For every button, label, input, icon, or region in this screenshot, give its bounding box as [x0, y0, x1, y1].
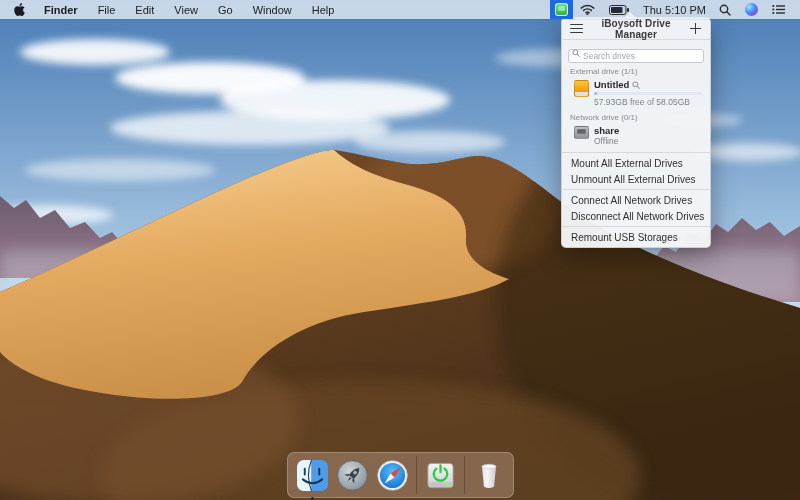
dock-item-iboysoft-drive-manager[interactable]	[424, 459, 457, 492]
mount-all-external-drives-item[interactable]: Mount All External Drives	[562, 155, 710, 171]
remount-usb-storages-item[interactable]: Remount USB Storages	[562, 229, 710, 245]
search-field-wrap	[568, 45, 704, 63]
popover-header: iBoysoft Drive Manager	[562, 18, 710, 39]
external-drive-info: Untitled 57.93GB free of 58.05GB	[594, 79, 702, 107]
menu-bar: Finder File Edit View Go Window Help	[0, 0, 800, 19]
capacity-bar	[594, 92, 702, 95]
battery-icon	[609, 5, 630, 15]
safari-icon	[377, 460, 408, 491]
battery-menu-extra[interactable]	[602, 0, 637, 19]
menu-item-window[interactable]: Window	[243, 0, 302, 19]
menu-bar-status-area: Thu 5:10 PM	[550, 0, 792, 19]
spotlight-menu-extra[interactable]	[712, 0, 738, 19]
spotlight-search-icon	[719, 4, 731, 16]
menu-item-help[interactable]: Help	[302, 0, 345, 19]
running-indicator-dot	[311, 497, 314, 500]
external-drive-section-label: External drive (1/1)	[570, 67, 702, 76]
external-drive-name: Untitled	[594, 79, 629, 90]
wifi-icon	[580, 4, 595, 15]
notification-center-icon	[772, 4, 785, 15]
network-actions-group: Connect All Network Drives Disconnect Al…	[562, 190, 710, 226]
siri-menu-extra[interactable]	[738, 0, 765, 19]
network-drive-name: share	[594, 125, 702, 136]
dock-item-safari[interactable]	[376, 459, 409, 492]
menu-item-finder[interactable]: Finder	[34, 0, 88, 19]
external-drive-row[interactable]: Untitled 57.93GB free of 58.05GB	[562, 78, 710, 109]
desktop: Finder File Edit View Go Window Help	[0, 0, 800, 500]
external-actions-group: Mount All External Drives Unmount All Ex…	[562, 153, 710, 189]
drive-manager-menu-extra[interactable]	[550, 0, 573, 19]
network-drive-status: Offline	[594, 136, 702, 146]
network-drive-section-label: Network drive (0/1)	[570, 113, 702, 122]
network-drive-info: share Offline	[594, 125, 702, 146]
trash-icon	[474, 460, 504, 491]
network-drive-row[interactable]: share Offline	[562, 124, 710, 148]
menu-bar-clock[interactable]: Thu 5:10 PM	[637, 4, 712, 16]
menu-item-edit[interactable]: Edit	[125, 0, 164, 19]
apple-menu[interactable]	[8, 3, 34, 16]
menu-item-go[interactable]: Go	[208, 0, 243, 19]
drive-manager-icon	[555, 3, 568, 16]
apple-icon	[14, 3, 25, 16]
menu-item-view[interactable]: View	[164, 0, 208, 19]
dock-item-launchpad[interactable]	[336, 459, 369, 492]
connect-all-network-drives-item[interactable]: Connect All Network Drives	[562, 192, 710, 208]
launchpad-rocket-icon	[337, 460, 368, 491]
add-plus-icon[interactable]	[689, 22, 702, 35]
menu-bar-left: Finder File Edit View Go Window Help	[8, 0, 344, 19]
dock-item-trash[interactable]	[472, 459, 505, 492]
dock-separator	[416, 456, 417, 494]
drive-manager-popover: iBoysoft Drive Manager External drive (1…	[561, 17, 711, 248]
disconnect-all-network-drives-item[interactable]: Disconnect All Network Drives	[562, 208, 710, 224]
wifi-menu-extra[interactable]	[573, 0, 602, 19]
siri-icon	[745, 3, 758, 16]
external-drive-detail: 57.93GB free of 58.05GB	[594, 97, 702, 107]
search-drives-input[interactable]	[568, 49, 704, 63]
notification-center-menu-extra[interactable]	[765, 0, 792, 19]
popover-title: iBoysoft Drive Manager	[583, 18, 689, 40]
unmount-all-external-drives-item[interactable]: Unmount All External Drives	[562, 171, 710, 187]
dock-item-finder[interactable]	[296, 459, 329, 492]
menu-item-file[interactable]: File	[88, 0, 126, 19]
hamburger-menu-icon[interactable]	[570, 24, 583, 34]
finder-icon	[297, 460, 328, 491]
iboysoft-drive-manager-icon	[425, 460, 456, 491]
search-icon	[572, 49, 580, 57]
dock	[287, 452, 514, 498]
dock-separator	[464, 456, 465, 494]
drive-magnifier-icon[interactable]	[632, 81, 640, 89]
usb-actions-group: Remount USB Storages	[562, 227, 710, 247]
network-drive-icon	[574, 126, 589, 139]
external-drive-icon	[574, 80, 589, 97]
